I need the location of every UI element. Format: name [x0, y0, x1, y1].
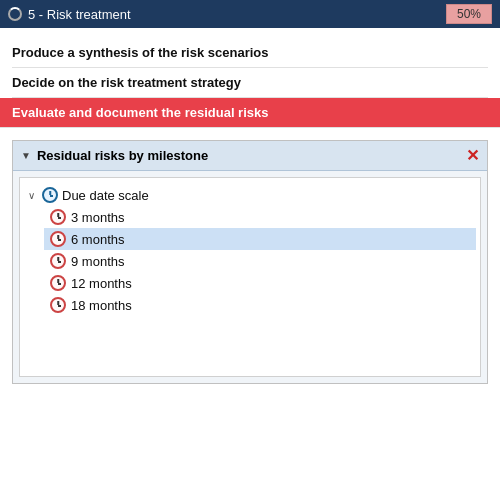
tree-node-6months[interactable]: 6 months: [44, 228, 476, 250]
tree-container: ∨ Due date scale 3 months 6 months 9 mon…: [19, 177, 481, 377]
clock-icon-12months: [50, 275, 66, 291]
header-title: 5 - Risk treatment: [28, 7, 446, 22]
panel-header-left: ▼ Residual risks by milestone: [21, 148, 208, 163]
clock-root-icon: [42, 187, 58, 203]
loading-icon: [8, 7, 22, 21]
tree-root-label: Due date scale: [62, 188, 149, 203]
tree-node-3months[interactable]: 3 months: [44, 206, 476, 228]
clock-icon-9months: [50, 253, 66, 269]
node-label-6months: 6 months: [71, 232, 124, 247]
panel-title: Residual risks by milestone: [37, 148, 208, 163]
tree-node-18months[interactable]: 18 months: [44, 294, 476, 316]
task-1[interactable]: Produce a synthesis of the risk scenario…: [12, 38, 488, 68]
tree-expand-icon[interactable]: ∨: [28, 190, 38, 201]
tree-node-9months[interactable]: 9 months: [44, 250, 476, 272]
node-label-18months: 18 months: [71, 298, 132, 313]
tree-node-12months[interactable]: 12 months: [44, 272, 476, 294]
clock-icon-3months: [50, 209, 66, 225]
chevron-down-icon[interactable]: ▼: [21, 150, 31, 161]
task-3-active[interactable]: Evaluate and document the residual risks: [0, 98, 500, 128]
main-content: Produce a synthesis of the risk scenario…: [0, 28, 500, 384]
tree-root-node[interactable]: ∨ Due date scale: [24, 184, 476, 206]
progress-badge: 50%: [446, 4, 492, 24]
header-bar: 5 - Risk treatment 50%: [0, 0, 500, 28]
node-label-12months: 12 months: [71, 276, 132, 291]
residual-risks-panel: ▼ Residual risks by milestone ✕ ∨ Due da…: [12, 140, 488, 384]
tree-children: 3 months 6 months 9 months 12 months 18: [44, 206, 476, 316]
clock-icon-6months: [50, 231, 66, 247]
task-2[interactable]: Decide on the risk treatment strategy: [12, 68, 488, 98]
panel-header: ▼ Residual risks by milestone ✕: [13, 141, 487, 171]
node-label-3months: 3 months: [71, 210, 124, 225]
node-label-9months: 9 months: [71, 254, 124, 269]
close-icon[interactable]: ✕: [466, 146, 479, 165]
clock-icon-18months: [50, 297, 66, 313]
